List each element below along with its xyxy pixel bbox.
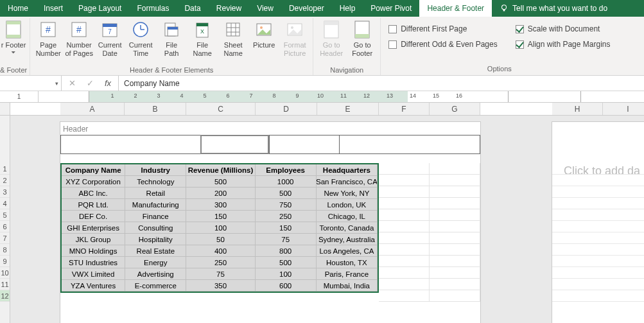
row-header-4[interactable]: 4 — [0, 198, 10, 209]
table-cell[interactable]: Paris, France — [317, 268, 378, 280]
table-cell[interactable]: Toronto, Canada — [317, 222, 378, 234]
table-cell[interactable]: JKL Group — [62, 234, 125, 245]
empty-cell[interactable] — [379, 175, 430, 186]
current-time-button[interactable]: CurrentTime — [125, 18, 156, 58]
header-left-box[interactable] — [60, 135, 200, 154]
row-header-1[interactable]: 1 — [0, 163, 10, 175]
empty-cell[interactable] — [430, 267, 480, 279]
column-header-G[interactable]: G — [430, 103, 480, 115]
tab-insert[interactable]: Insert — [36, 0, 71, 17]
side-row[interactable] — [552, 290, 644, 302]
tab-help[interactable]: Help — [332, 0, 363, 17]
cancel-button[interactable]: ✕ — [67, 78, 77, 88]
column-header-I[interactable]: I — [603, 103, 644, 115]
row-header-8[interactable]: 8 — [0, 244, 10, 256]
table-cell[interactable]: 100 — [256, 268, 317, 280]
page-main[interactable]: Header Company NameIndustryRevenue (Mill… — [60, 122, 480, 323]
table-cell[interactable]: PQR Ltd. — [62, 199, 125, 211]
table-cell[interactable]: 500 — [256, 188, 317, 199]
empty-cell[interactable] — [379, 232, 430, 244]
empty-cell[interactable] — [430, 232, 480, 244]
tab-review[interactable]: Review — [209, 0, 249, 17]
row-header-12[interactable]: 12 — [0, 290, 10, 302]
formula-input[interactable] — [119, 76, 644, 91]
table-cell[interactable]: 75 — [186, 268, 255, 280]
sheet-name-button[interactable]: SheetName — [218, 18, 248, 58]
side-row[interactable] — [552, 175, 644, 186]
table-cell[interactable]: Technology — [125, 176, 186, 188]
table-cell[interactable]: 200 — [186, 188, 255, 199]
number-of-pages-button[interactable]: #Numberof Pages — [64, 18, 94, 58]
tab-home[interactable]: Home — [0, 0, 36, 17]
table-header-cell[interactable]: Company Name — [62, 164, 125, 176]
table-header-cell[interactable]: Revenue (Millions) — [186, 164, 255, 176]
table-cell[interactable]: VWX Limited — [62, 268, 125, 280]
table-cell[interactable]: Los Angeles, CA — [317, 245, 378, 257]
table-cell[interactable]: Sydney, Australia — [317, 234, 378, 245]
table-cell[interactable]: ABC Inc. — [62, 188, 125, 199]
empty-cell[interactable] — [379, 186, 430, 198]
column-header-B[interactable]: B — [125, 103, 186, 115]
row-header-7[interactable]: 7 — [0, 232, 10, 244]
tab-developer[interactable]: Developer — [281, 0, 332, 17]
table-cell[interactable]: MNO Holdings — [62, 245, 125, 257]
table-cell[interactable]: San Francisco, CA — [317, 176, 378, 188]
empty-cell[interactable] — [379, 256, 430, 267]
table-cell[interactable]: E-commerce — [125, 280, 186, 292]
table-header-cell[interactable]: Employees — [256, 164, 317, 176]
empty-cell[interactable] — [430, 221, 480, 232]
table-cell[interactable]: 150 — [186, 211, 255, 222]
column-header-D[interactable]: D — [256, 103, 317, 115]
table-cell[interactable]: Hospitality — [125, 234, 186, 245]
table-cell[interactable]: 1000 — [256, 176, 317, 188]
empty-cell[interactable] — [430, 186, 480, 198]
table-cell[interactable]: 500 — [256, 257, 317, 268]
empty-cell[interactable] — [430, 163, 480, 175]
row-header-10[interactable]: 10 — [0, 267, 10, 279]
side-row[interactable] — [552, 244, 644, 256]
different-first-page-checkbox[interactable]: Different First Page — [388, 24, 498, 33]
table-cell[interactable]: 50 — [186, 234, 255, 245]
empty-cell[interactable] — [430, 175, 480, 186]
header-right-box[interactable] — [339, 135, 480, 154]
empty-cell[interactable] — [379, 198, 430, 209]
table-cell[interactable]: 500 — [186, 176, 255, 188]
side-row[interactable] — [552, 279, 644, 290]
enter-button[interactable]: ✓ — [85, 78, 95, 88]
table-cell[interactable]: YZA Ventures — [62, 280, 125, 292]
select-all-corner[interactable] — [0, 103, 10, 115]
table-cell[interactable]: 350 — [186, 280, 255, 292]
page-side[interactable]: Click to add da — [552, 122, 644, 323]
table-cell[interactable]: GHI Enterprises — [62, 222, 125, 234]
table-cell[interactable]: 75 — [256, 234, 317, 245]
table-cell[interactable]: Manufacturing — [125, 199, 186, 211]
name-box[interactable]: ▾ — [0, 76, 62, 91]
table-cell[interactable]: Mumbai, India — [317, 280, 378, 292]
empty-cell[interactable] — [430, 290, 480, 302]
side-row[interactable] — [552, 163, 644, 175]
empty-cell[interactable] — [430, 256, 480, 267]
empty-cell[interactable] — [379, 221, 430, 232]
tell-me-search[interactable]: Tell me what you want to do — [492, 0, 615, 17]
empty-cell[interactable] — [379, 290, 430, 302]
header-footer-button[interactable]: r Footer ⏷ — [1, 18, 26, 57]
table-cell[interactable]: 750 — [256, 199, 317, 211]
file-name-button[interactable]: XFileName — [187, 18, 218, 58]
row-header-6[interactable]: 6 — [0, 221, 10, 232]
table-cell[interactable]: STU Industries — [62, 257, 125, 268]
scale-with-document-checkbox[interactable]: Scale with Document — [516, 24, 611, 33]
current-date-button[interactable]: 7CurrentDate — [94, 18, 125, 58]
tab-data[interactable]: Data — [177, 0, 208, 17]
table-cell[interactable]: Consulting — [125, 222, 186, 234]
row-header-9[interactable]: 9 — [0, 256, 10, 267]
empty-cell[interactable] — [430, 198, 480, 209]
tab-formulas[interactable]: Formulas — [129, 0, 177, 17]
table-cell[interactable]: Houston, TX — [317, 257, 378, 268]
table-cell[interactable]: Real Estate — [125, 245, 186, 257]
table-cell[interactable]: London, UK — [317, 199, 378, 211]
empty-cell[interactable] — [430, 279, 480, 290]
column-header-C[interactable]: C — [186, 103, 256, 115]
goto-footer-button[interactable]: Go toFooter — [347, 18, 378, 58]
table-cell[interactable]: 100 — [186, 222, 255, 234]
table-cell[interactable]: 600 — [256, 280, 317, 292]
